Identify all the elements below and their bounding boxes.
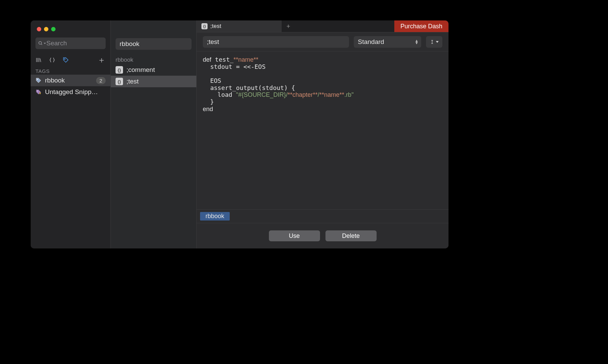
snippet-row-test[interactable]: {} ;test xyxy=(111,76,196,87)
svg-line-5 xyxy=(40,59,41,62)
library-icon[interactable] xyxy=(35,57,42,63)
tag-list: rbbook 2 Untagged Snipp… xyxy=(31,75,110,98)
snippet-type-select[interactable]: Standard xyxy=(354,36,421,48)
sidebar-mode-row: ＋ xyxy=(31,52,110,67)
snippet-group-label: rbbook xyxy=(111,52,196,64)
svg-point-0 xyxy=(39,42,42,44)
snippet-braces-icon: {} xyxy=(116,66,123,74)
add-icon[interactable]: ＋ xyxy=(97,55,106,65)
footer-actions: Use Delete xyxy=(197,223,449,248)
tag-row-rbbook[interactable]: rbbook 2 xyxy=(31,75,110,86)
primary-sidebar: ＋ TAGS rbbook 2 Untagged Snipp… xyxy=(31,20,111,248)
tag-filter-input[interactable] xyxy=(116,38,192,50)
window-controls xyxy=(31,20,110,37)
delete-button[interactable]: Delete xyxy=(325,230,377,241)
dash-window: ＋ TAGS rbbook 2 Untagged Snipp… rbbook xyxy=(31,20,449,248)
cursor-mode-button[interactable] xyxy=(426,36,442,48)
tab-label: ;test xyxy=(210,23,221,30)
close-window-button[interactable] xyxy=(37,27,41,31)
tag-count-badge: 2 xyxy=(96,77,106,84)
snippet-label: ;comment xyxy=(126,66,155,74)
tag-row-untagged[interactable]: Untagged Snipp… xyxy=(31,86,110,98)
svg-line-1 xyxy=(41,44,42,45)
snippet-list: {} ;comment {} ;test xyxy=(111,64,196,87)
braces-icon[interactable] xyxy=(49,57,55,63)
new-tab-button[interactable] xyxy=(282,20,295,32)
snippet-type-select-wrap: Standard ▲▼ xyxy=(354,36,421,48)
tag-icon xyxy=(35,77,42,84)
main-pane: {} ;test Purchase Dash Standard ▲▼ def t… xyxy=(197,20,449,248)
snippet-sidebar: rbbook {} ;comment {} ;test xyxy=(111,20,197,248)
svg-point-7 xyxy=(37,79,38,80)
snippet-row-comment[interactable]: {} ;comment xyxy=(111,64,196,76)
snippet-label: ;test xyxy=(126,78,139,85)
snippet-tags-bar: rbbook xyxy=(197,209,449,223)
snippet-code[interactable]: def test_**name** stdout = <<-EOS EOS as… xyxy=(197,51,449,209)
tag-mode-icon[interactable] xyxy=(63,57,69,63)
tag-warning-icon xyxy=(35,89,42,95)
snippet-tag-chip[interactable]: rbbook xyxy=(200,212,230,221)
tags-heading: TAGS xyxy=(31,67,110,75)
zoom-window-button[interactable] xyxy=(51,27,56,31)
tag-label: rbbook xyxy=(45,77,65,84)
svg-point-8 xyxy=(37,91,38,91)
tag-label: Untagged Snipp… xyxy=(45,88,98,96)
snippet-title-input[interactable] xyxy=(203,36,349,48)
tab-bar: {} ;test Purchase Dash xyxy=(197,20,449,32)
purchase-button[interactable]: Purchase Dash xyxy=(394,20,449,32)
use-button[interactable]: Use xyxy=(269,230,320,241)
svg-point-6 xyxy=(64,59,65,59)
tab-test[interactable]: {} ;test xyxy=(197,20,282,32)
snippet-braces-icon: {} xyxy=(116,78,123,85)
snippet-braces-icon: {} xyxy=(201,23,208,29)
minimize-window-button[interactable] xyxy=(44,27,48,31)
search-wrap xyxy=(31,37,110,52)
editor-toolbar: Standard ▲▼ xyxy=(197,32,449,51)
search-icon xyxy=(38,41,46,46)
